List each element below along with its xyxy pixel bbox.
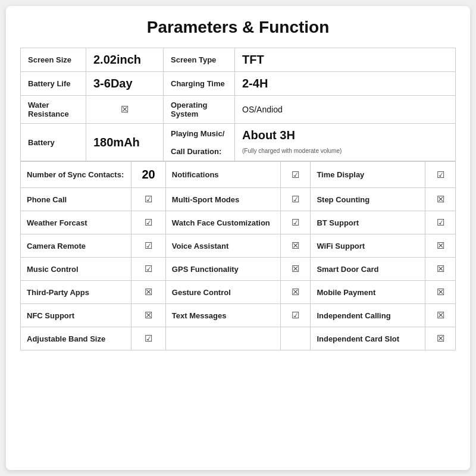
feat-label-2-6: Text Messages — [165, 304, 280, 327]
feat-check-1-1: ☑ — [131, 188, 166, 211]
feat-label-3-0: Time Display — [311, 162, 425, 188]
feat-check-2-7 — [280, 327, 311, 350]
feat-check-3-4: ☒ — [425, 258, 456, 281]
spec-value-left-1: 3-6Day — [86, 72, 164, 96]
feat-label-2-4: GPS Functionality — [165, 258, 280, 281]
top-specs-table: Screen Size2.02inchScreen TypeTFTBattery… — [20, 48, 456, 161]
feat-label-2-1: Multi-Sport Modes — [165, 188, 280, 211]
feat-check-2-0: ☑ — [280, 162, 311, 188]
feat-check-3-2: ☑ — [425, 211, 456, 234]
feat-check-3-0: ☑ — [425, 162, 456, 188]
spec-label-left-2: Water Resistance — [21, 96, 86, 124]
feat-check-2-1: ☑ — [280, 188, 311, 211]
feat-label-1-6: NFC Support — [21, 304, 131, 327]
spec-value-right-1: 2-4H — [235, 72, 456, 96]
page-title: Parameters & Function — [20, 18, 456, 37]
spec-label-left-3: Battery — [21, 124, 86, 161]
feat-label-2-0: Notifications — [165, 162, 280, 188]
feat-check-3-6: ☒ — [425, 304, 456, 327]
feat-label-1-2: Weather Forcast — [21, 211, 131, 234]
feat-label-3-3: WiFi Support — [311, 234, 425, 258]
spec-value-left-3: 180mAh — [86, 124, 164, 161]
feat-label-2-2: Watch Face Customization — [165, 211, 280, 234]
feat-check-3-5: ☒ — [425, 281, 456, 304]
spec-label-right-0: Screen Type — [164, 48, 235, 72]
feat-label-1-4: Music Control — [21, 258, 131, 281]
spec-label-left-1: Battery Life — [21, 72, 86, 96]
feat-check-1-2: ☑ — [131, 211, 166, 234]
spec-label-right-2: Operating System — [164, 96, 235, 124]
feat-check-2-2: ☑ — [280, 211, 311, 234]
spec-value-right-0: TFT — [235, 48, 456, 72]
feat-check-1-6: ☒ — [131, 304, 166, 327]
feat-check-1-3: ☑ — [131, 234, 166, 258]
feat-label-1-3: Camera Remote — [21, 234, 131, 258]
feat-check-2-6: ☑ — [280, 304, 311, 327]
feat-check-3-7: ☒ — [425, 327, 456, 350]
feat-check-2-5: ☒ — [280, 281, 311, 304]
feat-check-3-3: ☒ — [425, 234, 456, 258]
feat-label-1-1: Phone Call — [21, 188, 131, 211]
feat-label-3-6: Independent Calling — [311, 304, 425, 327]
feat-check-1-7: ☑ — [131, 327, 166, 350]
feat-label-1-0: Number of Sync Contacts: — [21, 162, 131, 188]
feat-label-3-4: Smart Door Card — [311, 258, 425, 281]
features-table: Number of Sync Contacts:20Notifications☑… — [20, 161, 456, 350]
feat-label-3-5: Mobile Payment — [311, 281, 425, 304]
feat-label-2-7 — [165, 327, 280, 350]
spec-label-right-3: Playing Music/Call Duration: — [164, 124, 235, 161]
feat-check-1-5: ☒ — [131, 281, 166, 304]
feat-check-1-4: ☑ — [131, 258, 166, 281]
feat-label-3-2: BT Support — [311, 211, 425, 234]
card: Parameters & Function Screen Size2.02inc… — [6, 6, 470, 470]
feat-label-1-5: Third-Party Apps — [21, 281, 131, 304]
feat-label-1-7: Adjustable Band Size — [21, 327, 131, 350]
feat-check-2-4: ☒ — [280, 258, 311, 281]
spec-value-left-2: ☒ — [86, 96, 164, 124]
feat-label-2-3: Voice Assistant — [165, 234, 280, 258]
spec-value-right-3: About 3H(Fully charged with moderate vol… — [235, 124, 456, 161]
feat-label-3-1: Step Counting — [311, 188, 425, 211]
feat-check-1-0: 20 — [131, 162, 166, 188]
feat-label-2-5: Gesture Control — [165, 281, 280, 304]
feat-label-3-7: Independent Card Slot — [311, 327, 425, 350]
spec-value-left-0: 2.02inch — [86, 48, 164, 72]
feat-check-3-1: ☒ — [425, 188, 456, 211]
spec-label-left-0: Screen Size — [21, 48, 86, 72]
feat-check-2-3: ☒ — [280, 234, 311, 258]
spec-label-right-1: Charging Time — [164, 72, 235, 96]
spec-value-right-2: OS/Andiod — [235, 96, 456, 124]
